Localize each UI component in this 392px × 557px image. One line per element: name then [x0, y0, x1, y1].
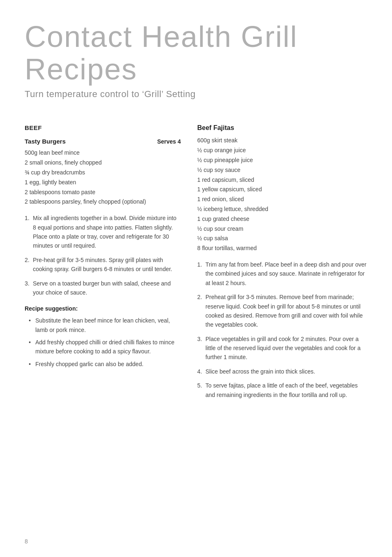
list-item: ½ cup orange juice: [197, 146, 367, 155]
left-column: BEEF Tasty Burgers Serves 4 500g lean be…: [25, 124, 181, 404]
list-item: ½ cup salsa: [197, 234, 367, 244]
list-item: ½ cup sour cream: [197, 224, 367, 234]
page: Contact Health Grill Recipes Turn temper…: [0, 0, 392, 557]
list-item: 8 flour tortillas, warmed: [197, 244, 367, 253]
list-item: 1.Trim any fat from beef. Place beef in …: [197, 260, 367, 288]
beef-section-heading: BEEF: [25, 124, 181, 131]
right-column: Beef Fajitas 600g skirt steak½ cup orang…: [197, 124, 367, 404]
recipe-suggestion-heading: Recipe suggestion:: [25, 305, 181, 312]
list-item: 2 tablespoons parsley, finely chopped (o…: [25, 197, 181, 207]
sub-title: Turn temperature control to ‘Grill’ Sett…: [25, 89, 367, 100]
beef-fajitas-instructions: 1.Trim any fat from beef. Place beef in …: [197, 260, 367, 399]
main-title: Contact Health Grill Recipes: [25, 21, 367, 86]
beef-fajitas-ingredients: 600g skirt steak½ cup orange juice½ cup …: [197, 136, 367, 253]
list-item: 2.Pre-heat grill for 3-5 minutes. Spray …: [25, 255, 181, 274]
list-item: ½ cup soy sauce: [197, 165, 367, 175]
list-item: ¾ cup dry breadcrumbs: [25, 168, 181, 178]
list-item: ½ iceberg lettuce, shredded: [197, 204, 367, 214]
list-item: 600g skirt steak: [197, 136, 367, 146]
list-item: 3.Place vegetables in grill and cook for…: [197, 334, 367, 362]
list-item: 3.Serve on a toasted burger bun with sal…: [25, 279, 181, 297]
list-item: 1 red capsicum, sliced: [197, 175, 367, 185]
list-item: 1.Mix all ingredients together in a bowl…: [25, 214, 181, 251]
tasty-burgers-ingredients: 500g lean beef mince2 small onions, fine…: [25, 148, 181, 207]
list-item: Add freshly chopped chilli or dried chil…: [29, 338, 181, 356]
list-item: Freshly chopped garlic can also be added…: [29, 360, 181, 369]
list-item: 1 yellow capsicum, sliced: [197, 185, 367, 195]
beef-fajitas-title: Beef Fajitas: [197, 124, 367, 132]
list-item: 1 red onion, sliced: [197, 195, 367, 204]
page-number: 8: [25, 538, 28, 545]
serves-label: Serves 4: [157, 138, 181, 145]
list-item: 5.To serve fajitas, place a little of ea…: [197, 381, 367, 399]
list-item: ½ cup pineapple juice: [197, 155, 367, 165]
page-header: Contact Health Grill Recipes Turn temper…: [25, 21, 367, 100]
list-item: 2.Preheat grill for 3-5 minutes. Remove …: [197, 292, 367, 330]
recipe-suggestions: Substitute the lean beef mince for lean …: [25, 316, 181, 369]
list-item: 1 egg, lightly beaten: [25, 178, 181, 188]
list-item: 4.Slice beef across the grain into thick…: [197, 367, 367, 376]
list-item: 2 tablespoons tomato paste: [25, 188, 181, 197]
list-item: Substitute the lean beef mince for lean …: [29, 316, 181, 334]
list-item: 2 small onions, finely chopped: [25, 158, 181, 168]
tasty-burgers-title-row: Tasty Burgers Serves 4: [25, 138, 181, 145]
tasty-burgers-title: Tasty Burgers: [25, 138, 66, 145]
list-item: 500g lean beef mince: [25, 148, 181, 158]
content-area: BEEF Tasty Burgers Serves 4 500g lean be…: [25, 124, 367, 404]
tasty-burgers-instructions: 1.Mix all ingredients together in a bowl…: [25, 214, 181, 297]
list-item: 1 cup grated cheese: [197, 214, 367, 224]
